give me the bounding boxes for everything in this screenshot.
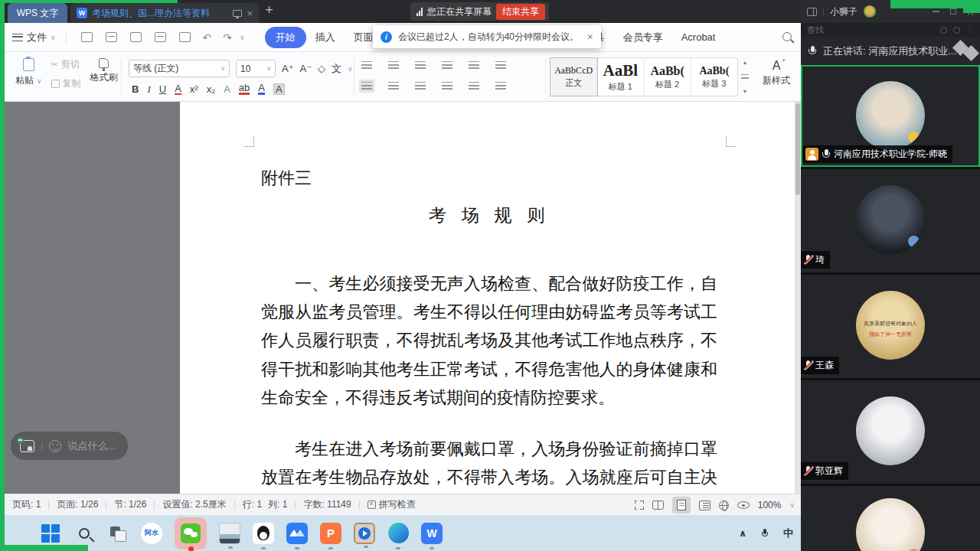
danmaku-toggle-icon[interactable] [20, 440, 34, 452]
cloud-drive-icon[interactable] [286, 523, 308, 544]
line-spacing-icon[interactable] [442, 82, 452, 90]
edge-browser-icon[interactable] [387, 523, 409, 544]
document-tab[interactable]: W 考场规则、国...理办法等资料 × [70, 3, 259, 23]
notification-close-icon[interactable]: × [587, 31, 593, 43]
highlight-button[interactable]: ab [239, 83, 250, 95]
scrollbar-thumb[interactable] [795, 103, 800, 195]
chat-placeholder[interactable]: 说点什么... [67, 439, 116, 453]
qq-icon[interactable] [253, 523, 274, 544]
font-name-select[interactable]: 等线 (正文)∨ [129, 60, 230, 77]
chat-input-pill[interactable]: | 说点什么... [11, 432, 128, 460]
ime-indicator[interactable]: 中 [783, 527, 793, 540]
participant-tile[interactable]: 河南应用技术职业学院-师晓 [801, 65, 980, 167]
participant-tile[interactable]: 真羡慕那些有对象的人 我除了帅一无所有 王森 [801, 275, 980, 378]
align-center-icon[interactable] [388, 82, 399, 90]
bullet-list-icon[interactable] [361, 61, 372, 70]
phonetic-caret[interactable]: ∨ [348, 65, 353, 73]
web-view-icon[interactable] [719, 500, 729, 510]
print-preview-icon[interactable] [179, 32, 191, 42]
underline-button[interactable]: U [159, 84, 166, 94]
gallery-down-icon[interactable]: ▼ [743, 89, 748, 94]
status-word-count[interactable]: 字数: 11149 [296, 498, 358, 511]
eye-protect-icon[interactable] [737, 501, 750, 509]
tray-expand-icon[interactable]: ∧ [739, 528, 746, 539]
page-view-icon[interactable] [672, 497, 691, 514]
paste-caret[interactable]: ∨ [37, 77, 42, 85]
tab-insert[interactable]: 插入 [306, 28, 345, 47]
outline-view-icon[interactable] [699, 500, 710, 510]
gallery-more-icon[interactable] [741, 74, 749, 80]
wps-home-tab[interactable]: WPS 文字 [8, 3, 67, 23]
close-tab-icon[interactable]: × [247, 8, 253, 18]
align-right-icon[interactable] [415, 82, 426, 90]
participant-tile[interactable] [801, 486, 980, 551]
numbered-list-icon[interactable] [388, 61, 399, 70]
status-page-number[interactable]: 页码: 1 [5, 498, 48, 511]
minimize-icon[interactable] [933, 11, 939, 12]
tab-home[interactable]: 开始 [265, 27, 306, 48]
italic-button[interactable]: I [147, 84, 150, 94]
fit-page-icon[interactable] [635, 500, 644, 510]
document-text[interactable]: 附件三 考 场 规 则 一、考生必须接受无声入场检查、配合做好防疫工作，自觉服从… [261, 167, 717, 494]
font-size-select[interactable]: 10∨ [236, 60, 276, 77]
wps-taskbar-icon[interactable]: W [421, 523, 443, 544]
scrollbar[interactable] [795, 102, 801, 494]
file-menu[interactable]: 文件 [27, 31, 47, 44]
decrease-indent-icon[interactable] [415, 61, 426, 70]
end-share-button[interactable]: 结束共享 [496, 4, 545, 20]
file-menu-caret[interactable]: ∨ [51, 34, 56, 41]
ashui-app-icon[interactable]: 阿水 [141, 523, 162, 544]
document-page[interactable]: 附件三 考 场 规 则 一、考生必须接受无声入场检查、配合做好防疫工作，自觉服从… [180, 102, 795, 494]
format-painter-button[interactable]: 格式刷 [90, 71, 118, 84]
quick-access-caret[interactable]: ∨ [240, 34, 245, 41]
style-heading3[interactable]: AaBb( 标题 3 [691, 58, 737, 96]
new-style-button[interactable]: A 新样式 [763, 60, 790, 87]
emoji-icon[interactable] [49, 440, 61, 452]
status-section[interactable]: 节: 1/26 [106, 498, 154, 511]
start-button[interactable] [40, 523, 61, 544]
photo-app-icon[interactable] [219, 523, 240, 544]
tray-mic-icon[interactable] [762, 529, 768, 538]
sort-icon[interactable] [495, 61, 506, 70]
char-border-button[interactable]: A [273, 83, 285, 95]
gallery-up-icon[interactable]: ▲ [743, 60, 748, 65]
new-tab-button[interactable]: + [265, 2, 273, 18]
shading-icon[interactable] [469, 82, 479, 90]
participant-tile[interactable]: 琦 [801, 169, 980, 272]
taskbar-search-icon[interactable] [74, 523, 95, 544]
share-monitor-icon[interactable] [233, 10, 242, 17]
phonetic-guide-button[interactable]: 文 [332, 64, 341, 73]
wechat-icon[interactable] [175, 517, 207, 549]
media-player-icon[interactable] [354, 523, 375, 544]
style-normal[interactable]: AaBbCcD 正文 [550, 58, 597, 96]
tab-acrobat[interactable]: Acrobat [672, 28, 725, 46]
shrink-font-button[interactable]: A⁻ [300, 64, 312, 73]
style-heading1[interactable]: AaBl 标题 1 [597, 58, 644, 96]
style-heading2[interactable]: AaBb( 标题 2 [645, 58, 691, 96]
search-icon[interactable] [782, 32, 792, 41]
status-spellcheck[interactable]: 拼写检查 [360, 498, 423, 511]
align-left-icon[interactable] [361, 82, 372, 90]
document-canvas[interactable]: 附件三 考 场 规 则 一、考生必须接受无声入场检查、配合做好防疫工作，自觉服从… [5, 102, 801, 494]
open-icon[interactable] [81, 32, 93, 42]
status-page[interactable]: 页面: 1/26 [49, 498, 106, 511]
tab-member[interactable]: 会员专享 [614, 28, 672, 47]
zoom-level[interactable]: 100% [758, 500, 782, 510]
book-view-icon[interactable] [652, 500, 664, 510]
paste-icon[interactable] [23, 58, 34, 71]
task-view-icon[interactable] [107, 523, 129, 544]
redo-icon[interactable]: ↷ [223, 31, 232, 44]
strikethrough-button[interactable]: A [175, 83, 181, 95]
undo-icon[interactable]: ↶ [203, 31, 212, 44]
status-setting[interactable]: 设置值: 2.5厘米 [155, 498, 234, 511]
cut-button[interactable]: 剪切 [61, 58, 80, 71]
restore-icon[interactable] [950, 8, 956, 15]
grow-font-button[interactable]: A⁺ [282, 64, 294, 73]
font-color-button[interactable]: A [258, 83, 265, 95]
export-icon[interactable] [130, 32, 142, 42]
bold-button[interactable]: B [132, 84, 139, 94]
panes-icon[interactable] [807, 8, 817, 16]
participant-tile[interactable]: 郭亚辉 [801, 380, 980, 484]
text-effects-button[interactable]: A [224, 84, 230, 94]
zoom-caret[interactable]: ∨ [789, 501, 795, 509]
